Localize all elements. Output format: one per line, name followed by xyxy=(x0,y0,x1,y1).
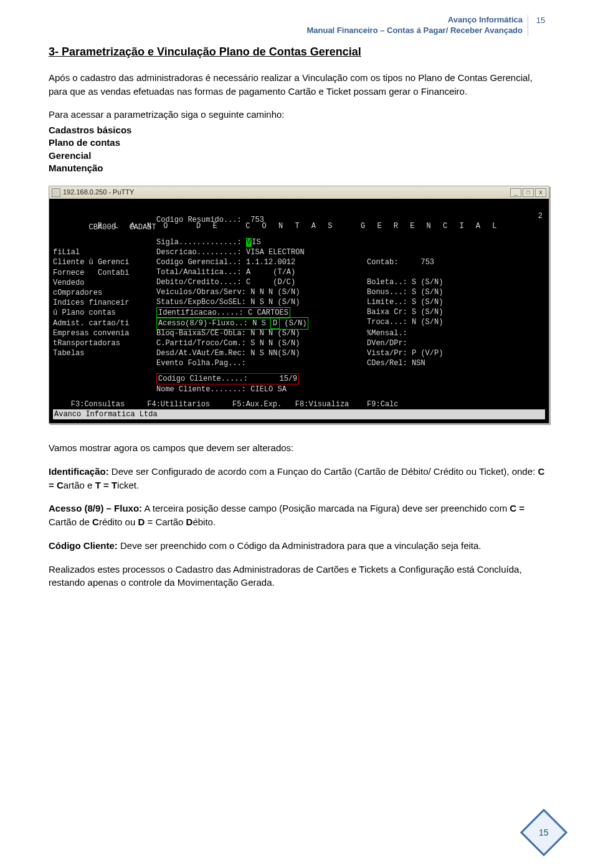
window-title: 192.168.0.250 - PuTTY xyxy=(63,188,134,198)
paragraph-intro: Após o cadastro das administradoras é ne… xyxy=(49,71,549,98)
field-cpart: C.Partid/Troco/Com.: S N N (S/N) xyxy=(156,338,300,348)
brand-label: Avanço Informática xyxy=(448,15,523,24)
section-title: 3- Parametrização e Vinculação Plano de … xyxy=(49,44,549,60)
field-debcred: Debito/Credito....: C (D/C) xyxy=(156,277,295,287)
header-page-number: 15 xyxy=(528,15,549,36)
path-line: Plano de contas xyxy=(49,136,549,149)
window-buttons: _ □ X xyxy=(510,188,546,197)
window-icon xyxy=(52,188,60,197)
path-line: Manutenção xyxy=(49,162,549,174)
page-header: Avanço Informática Manual Financeiro – C… xyxy=(49,15,549,36)
nav-path: Cadastros básicos Plano de contas Gerenc… xyxy=(49,124,549,174)
left-menu: fiLial Cliente û Gerenci Fornece Contabi… xyxy=(53,237,129,358)
r-troca: Troca...: N (S/N) xyxy=(367,317,443,327)
field-status: Status/ExpBco/SoSEL: N S N (S/N) xyxy=(156,297,300,307)
field-contab: Contab: 753 xyxy=(367,257,434,267)
field-veic: Veiculos/Obras/Serv: N N N (S/N) xyxy=(156,287,300,297)
field-codger: Codigo Gerencial..: 1.1.12.0012 xyxy=(156,257,295,267)
fkeys-row: F3:Consultas F4:Utilitarios F5:Aux.Exp. … xyxy=(53,399,545,409)
doc-title: Manual Financeiro – Contas á Pagar/ Rece… xyxy=(306,26,523,35)
field-bloq: Bloq-BaixaS/CE-ObLa: N N N (S/N) xyxy=(156,328,300,338)
path-line: Gerencial xyxy=(49,150,549,162)
footer-status: Avanco Informatica Ltda xyxy=(53,409,545,419)
window-titlebar: 192.168.0.250 - PuTTY _ □ X xyxy=(49,186,549,199)
path-line: Cadastros básicos xyxy=(49,124,549,136)
explain-codcli: Código Cliente: Deve ser preenchido com … xyxy=(49,539,549,553)
field-codcli: Codigo Cliente.....: 15/9 xyxy=(156,373,299,384)
footer-page-badge: 15 xyxy=(520,809,567,856)
r-mensal: %Mensal.: xyxy=(367,328,407,338)
field-nomecli: Nome Cliente.......: CIELO SA xyxy=(156,384,287,394)
r-cdes: CDes/Rel: NSN xyxy=(367,358,425,368)
page: Avanço Informática Manual Financeiro – C… xyxy=(0,0,598,868)
r-dven: DVen/DPr: xyxy=(367,338,407,348)
field-total: Total/Analitica...: A (T/A) xyxy=(156,267,295,277)
screen-pagen: 2 xyxy=(538,211,543,221)
r-bonus: Bonus...: S (S/N) xyxy=(367,287,443,297)
r-vista: Vista/Pr: P (V/P) xyxy=(367,348,443,358)
close-button[interactable]: X xyxy=(535,188,546,197)
minimize-button[interactable]: _ xyxy=(510,188,521,197)
r-limite: Limite..: S (S/N) xyxy=(367,297,443,307)
explain-intro: Vamos mostrar agora os campos que devem … xyxy=(49,441,549,455)
explain-ident: Identificação: Deve ser Configurado de a… xyxy=(49,465,549,492)
maximize-button[interactable]: □ xyxy=(523,188,534,197)
field-codres: Codigo Resumido...: 753 xyxy=(156,215,264,225)
field-sigla: Sigla.............: VIS xyxy=(156,237,261,247)
r-baixacr: Baixa Cr: S (S/N) xyxy=(367,307,443,317)
r-boleta: Boleta..: S (S/N) xyxy=(367,277,443,287)
paragraph-path-intro: Para acessar a parametrização siga o seg… xyxy=(49,108,549,122)
explain-final: Realizados estes processos o Cadastro da… xyxy=(49,563,549,590)
field-descr: Descricao.........: VISA ELECTRON xyxy=(156,247,305,257)
header-text: Avanço Informática Manual Financeiro – C… xyxy=(306,15,523,36)
field-desd: Desd/At.VAut/Em.Rec: N S NN(S/N) xyxy=(156,348,300,358)
field-evento: Evento Folha.Pag...: xyxy=(156,358,246,368)
explain-acesso: Acesso (8/9) – Fluxo: A terceira posição… xyxy=(49,502,549,529)
terminal-window: 192.168.0.250 - PuTTY _ □ X P L A N O D … xyxy=(49,186,549,424)
terminal-screen[interactable]: P L A N O D E C O N T A S G E R E N C I … xyxy=(49,199,549,423)
